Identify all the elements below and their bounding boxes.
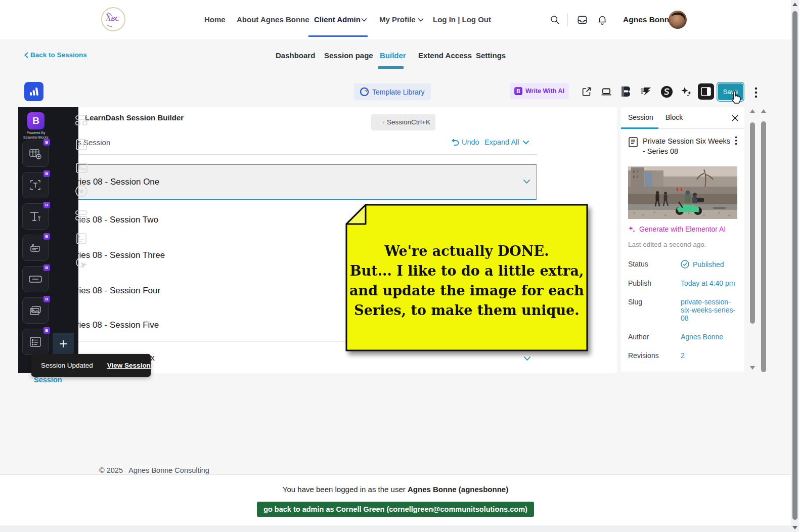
star-circle-icon[interactable] <box>74 184 88 198</box>
browser-scrollbar[interactable] <box>791 0 799 532</box>
session-breadcrumb-link[interactable]: Session <box>34 376 62 384</box>
field-value[interactable]: 2 <box>681 351 685 360</box>
panel-doc-title[interactable]: Private Session Six Weeks - Series 08 <box>643 136 730 156</box>
search-icon[interactable] <box>548 13 561 26</box>
widget-sidebar: B Powered By Essential Blocks B B B <box>18 107 78 373</box>
featured-image[interactable] <box>628 166 737 219</box>
last-edited-text: Last edited a second ago. <box>628 241 737 248</box>
widget-button-button[interactable]: B <box>22 266 49 292</box>
site-logo[interactable]: ABC <box>101 7 126 32</box>
expand-all-button[interactable]: Expand All <box>484 138 529 146</box>
template-library-icon <box>360 87 369 96</box>
widget-list-button[interactable]: B <box>22 329 49 355</box>
inbox-icon[interactable] <box>575 13 589 26</box>
settings-panel-toggle-button[interactable] <box>698 83 714 100</box>
row-expand-chevron-icon[interactable] <box>523 179 530 184</box>
session-search-box[interactable]: · SessionCtrl+K <box>371 114 435 130</box>
copyright-text: © 2025 Agnes Bonne Consulting <box>99 466 209 474</box>
back-to-admin-button[interactable]: go back to admin as Cornell Green (corne… <box>257 502 534 517</box>
write-with-ai-button[interactable]: B Write With AI <box>510 83 569 99</box>
nav-login-logout[interactable]: Log In | Log Out <box>433 15 491 24</box>
tab-builder[interactable]: Builder <box>380 51 406 60</box>
avatar[interactable] <box>669 11 687 29</box>
widget-gallery-button[interactable]: B <box>22 297 49 324</box>
widget-text-button[interactable]: B <box>22 172 49 198</box>
external-link-icon[interactable] <box>580 85 593 98</box>
panel-kebab-icon[interactable] <box>735 136 737 156</box>
panel-tab-block[interactable]: Block <box>665 113 683 121</box>
builder-tab-underline <box>378 66 404 69</box>
eb-badge-icon: B <box>43 139 50 146</box>
row-expand-chevron-icon[interactable] <box>523 356 531 361</box>
essential-blocks-logo-icon[interactable] <box>619 85 633 98</box>
panel-close-icon[interactable] <box>728 111 741 124</box>
document-list-icon[interactable] <box>74 232 88 246</box>
undo-icon <box>451 139 459 146</box>
client-admin-chevron-down-icon[interactable] <box>361 18 367 22</box>
login-notice-user: Agnes Bonne (agnesbonne) <box>408 485 508 494</box>
speed-optimizer-icon[interactable] <box>640 85 653 98</box>
steps-divider <box>30 154 537 155</box>
image-icon[interactable] <box>74 161 88 175</box>
heading-icon[interactable] <box>74 138 88 152</box>
note-line-2: But... I like to do a little extra, <box>345 261 588 281</box>
tab-extend-access[interactable]: Extend Access <box>418 51 472 60</box>
published-check-icon <box>681 260 689 269</box>
write-ai-logo-icon: B <box>514 87 522 95</box>
field-value[interactable]: None <box>681 370 697 372</box>
generate-ai-link[interactable]: Generate with Elementor AI <box>628 225 737 233</box>
tab-dashboard[interactable]: Dashboard <box>276 51 315 60</box>
page-scrollbar[interactable] <box>760 108 768 373</box>
tab-session-page[interactable]: Session page <box>324 51 373 60</box>
field-value[interactable]: private-session-six-weeks-series-08 <box>681 298 737 322</box>
field-value[interactable]: Agnes Bonne <box>681 333 723 341</box>
eb-badge-icon: B <box>43 170 50 177</box>
nav-my-profile[interactable]: My Profile <box>379 15 416 24</box>
stats-bar-chart-icon[interactable] <box>24 82 43 101</box>
more-options-kebab-icon[interactable] <box>749 86 763 99</box>
blocks-grid-icon[interactable] <box>74 113 88 127</box>
login-notice-prefix: You have been logged in as the user <box>283 485 408 494</box>
nav-divider <box>567 13 568 26</box>
nav-home[interactable]: Home <box>204 15 226 24</box>
user-name[interactable]: Agnes Bonne <box>623 15 674 24</box>
session-row-title: Series 08 - Session Four <box>66 286 160 296</box>
widget-typography-button[interactable]: B <box>22 203 49 230</box>
template-library-button[interactable]: Template Library <box>354 83 431 100</box>
field-status: Status Published <box>628 260 737 269</box>
session-row-selected[interactable]: M Series 08 - Session One <box>30 164 537 200</box>
toast-notification: Session Updated View Session <box>31 354 151 377</box>
field-value[interactable]: Published <box>693 260 724 269</box>
horizontal-scrollbar-track[interactable] <box>0 525 791 532</box>
widget-image-caption-button[interactable]: B <box>22 235 49 261</box>
back-to-sessions-link[interactable]: Back to Sessions <box>24 51 87 59</box>
field-label: Status <box>628 260 681 269</box>
my-profile-chevron-down-icon[interactable] <box>418 18 424 22</box>
preview-laptop-icon[interactable] <box>600 85 613 98</box>
cursor-click-icon[interactable] <box>74 256 88 270</box>
field-parent: Parent None <box>628 370 737 372</box>
nav-client-admin[interactable]: Client Admin <box>314 15 361 24</box>
s-badge-icon[interactable] <box>660 85 673 98</box>
tab-settings[interactable]: Settings <box>476 51 506 60</box>
toast-view-session-link[interactable]: View Session <box>107 362 151 369</box>
back-label: Back to Sessions <box>30 51 87 59</box>
field-label: Publish <box>628 279 681 287</box>
rows-icon[interactable] <box>74 208 88 223</box>
session-row-title: Series 08 - Session Five <box>66 320 159 330</box>
field-value[interactable]: Today at 4:40 pm <box>681 279 735 287</box>
builder-title: LearnDash Session Builder <box>85 113 184 122</box>
client-admin-active-underline <box>308 35 368 37</box>
expand-all-chevron-down-icon <box>522 140 529 145</box>
panel-scrollbar[interactable] <box>748 108 757 372</box>
note-line-3: and update the image for each <box>345 281 588 300</box>
undo-button[interactable]: Undo <box>451 138 479 146</box>
nav-about[interactable]: About Agnes Bonne <box>237 15 309 24</box>
bell-icon[interactable] <box>596 13 609 26</box>
field-label: Slug <box>628 298 681 322</box>
add-widget-button[interactable] <box>53 333 74 355</box>
note-line-1: We're actually DONE. <box>345 241 588 261</box>
sparkles-icon[interactable] <box>680 85 693 98</box>
widget-data-table-button[interactable]: B <box>22 141 49 167</box>
panel-tab-session[interactable]: Session <box>628 113 653 121</box>
